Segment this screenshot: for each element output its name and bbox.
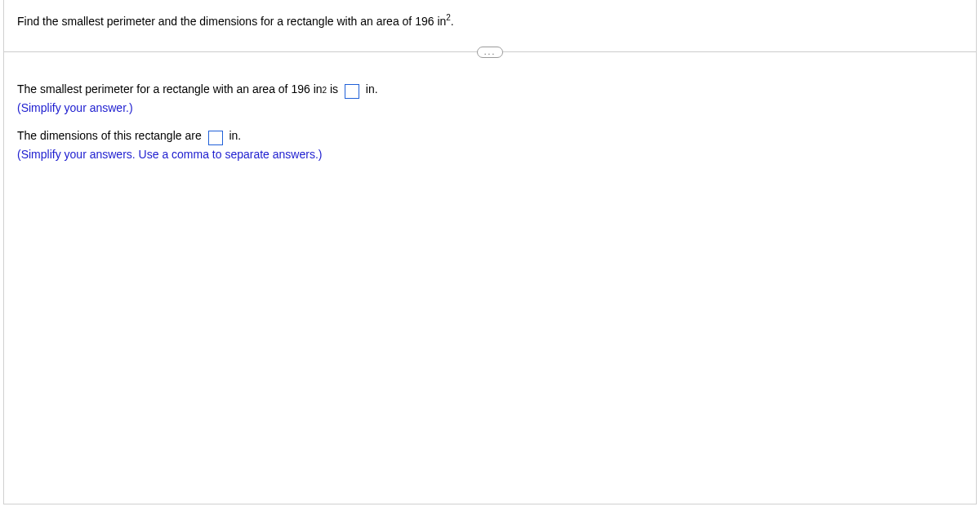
part2-line: The dimensions of this rectangle are in.	[17, 126, 963, 146]
part1-unit: in.	[363, 79, 378, 100]
ellipsis-icon: ...	[484, 47, 496, 57]
divider-line-right	[503, 51, 976, 52]
divider-line-left	[4, 51, 477, 52]
perimeter-input[interactable]	[345, 84, 359, 99]
dimensions-input[interactable]	[208, 131, 223, 145]
part2-prefix: The dimensions of this rectangle are	[17, 126, 205, 146]
part1-prefix: The smallest perimeter for a rectangle w…	[17, 79, 323, 100]
section-divider: ...	[4, 47, 976, 58]
part1-hint: (Simplify your answer.)	[17, 101, 963, 114]
question-prefix: Find the smallest perimeter and the dime…	[17, 15, 446, 28]
part1-mid: is	[327, 79, 341, 100]
part2-hint: (Simplify your answers. Use a comma to s…	[17, 148, 963, 161]
answer-area: The smallest perimeter for a rectangle w…	[4, 58, 976, 161]
part1-line: The smallest perimeter for a rectangle w…	[17, 79, 963, 100]
question-suffix: .	[451, 15, 454, 28]
part2-unit: in.	[226, 126, 242, 146]
question-prompt: Find the smallest perimeter and the dime…	[4, 0, 976, 47]
expand-pill[interactable]: ...	[477, 47, 503, 58]
question-container: Find the smallest perimeter and the dime…	[3, 0, 977, 504]
